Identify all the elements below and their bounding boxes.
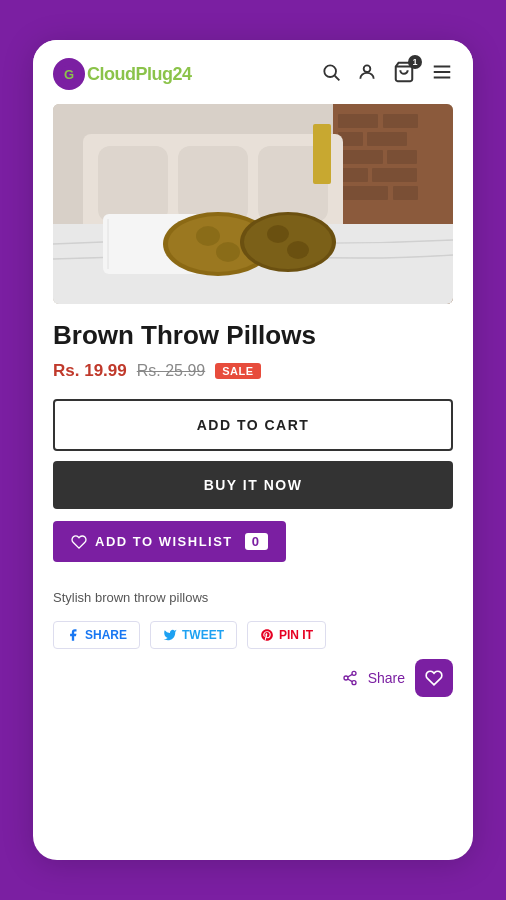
logo: G CloudPlug24 [53,58,192,90]
svg-rect-14 [367,132,407,146]
header-icons: 1 [321,61,453,87]
svg-rect-16 [387,150,417,164]
product-title: Brown Throw Pillows [53,320,453,351]
facebook-share-button[interactable]: SHARE [53,621,140,649]
svg-rect-23 [178,146,248,222]
svg-rect-18 [372,168,417,182]
svg-point-2 [324,65,336,77]
add-to-cart-button[interactable]: ADD TO CART [53,399,453,451]
twitter-share-label: TWEET [182,628,224,642]
price-original: Rs. 25.99 [137,362,205,380]
price-current: Rs. 19.99 [53,361,127,381]
buy-it-now-button[interactable]: BUY IT NOW [53,461,453,509]
sale-badge: SALE [215,363,260,379]
header: G CloudPlug24 [33,40,473,104]
logo-icon: G [53,58,85,90]
svg-point-37 [352,672,356,676]
twitter-icon [163,628,177,642]
facebook-icon [66,628,80,642]
share-icon [342,670,358,686]
svg-rect-11 [338,114,378,128]
social-share-row: SHARE TWEET PIN IT [53,621,453,649]
svg-rect-15 [338,150,383,164]
wishlist-float-button[interactable] [415,659,453,697]
pinterest-share-label: PIN IT [279,628,313,642]
price-row: Rs. 19.99 Rs. 25.99 SALE [53,361,453,381]
svg-point-39 [352,681,356,685]
wishlist-count: 0 [245,533,268,550]
svg-text:G: G [64,67,74,82]
svg-point-35 [287,241,309,259]
svg-line-3 [335,76,340,81]
wishlist-row: ADD TO WISHLIST 0 [53,521,453,576]
svg-rect-19 [338,186,388,200]
product-card: G CloudPlug24 [33,40,473,860]
menu-icon[interactable] [431,61,453,87]
cart-badge: 1 [408,55,422,69]
bottom-share-row: Share [33,659,473,697]
svg-rect-12 [383,114,418,128]
product-info: Brown Throw Pillows Rs. 19.99 Rs. 25.99 … [33,304,473,649]
svg-point-33 [244,215,332,269]
product-image [53,104,453,304]
svg-line-40 [347,679,352,682]
heart-float-icon [425,669,443,687]
svg-rect-22 [98,146,168,222]
svg-point-38 [344,676,348,680]
wishlist-label: ADD TO WISHLIST [95,534,233,549]
pinterest-share-button[interactable]: PIN IT [247,621,326,649]
share-text: Share [368,670,405,686]
search-icon[interactable] [321,62,341,86]
cart-icon[interactable]: 1 [393,61,415,87]
svg-rect-20 [393,186,418,200]
pinterest-icon [260,628,274,642]
product-description: Stylish brown throw pillows [53,590,453,605]
logo-text: CloudPlug24 [87,64,192,85]
twitter-share-button[interactable]: TWEET [150,621,237,649]
svg-point-30 [196,226,220,246]
product-image-wrap [33,104,473,304]
svg-point-31 [216,242,240,262]
add-to-wishlist-button[interactable]: ADD TO WISHLIST 0 [53,521,286,562]
svg-rect-36 [313,124,331,184]
svg-point-34 [267,225,289,243]
heart-icon [71,534,87,550]
user-icon[interactable] [357,62,377,86]
svg-point-4 [364,65,371,72]
svg-line-41 [347,675,352,678]
facebook-share-label: SHARE [85,628,127,642]
